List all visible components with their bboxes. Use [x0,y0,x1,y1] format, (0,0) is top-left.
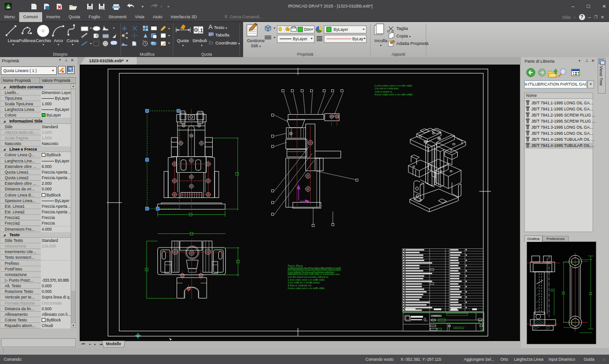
svg-text:Dim: Dim [304,27,311,32]
svg-text:2.lm mlb lm n lmlbi bnlm.: 2.lm mlb lm n lmlbi bnlm. [375,87,399,90]
svg-text:4.lmm mbbi mml n mi mlIB mBbl.: 4.lmm mbbi mml n mi mlIB mBbl. [288,287,325,290]
svg-text:ByLayer: ByLayer [293,36,307,41]
svg-text:3.llnb m mblndn ml.: 3.llnb m mblndn ml. [288,284,312,287]
svg-text:.1: .1 [199,28,203,33]
svg-text:CONNESSA: CONNESSA [431,314,442,317]
svg-text:3.llnb m mblndn ml.: 3.llnb m mblndn ml. [375,91,393,93]
svg-text:ByLay: ByLay [352,36,364,41]
svg-text:4.lmm mbbi mml n mi mlIb mBbl.: 4.lmm mbbi mml n mi mlIb mBbl. [374,94,413,96]
svg-text:1323-0112: 1323-0112 [453,326,464,329]
svg-text:2.lm mIB lm n lmIBi bnlm.: 2.lm mIB lm n lmIBi bnlm. [288,282,320,284]
svg-text:Imm Bm lmbmll mk mmmblm mBlmbl: Imm Bm lmbmll mk mmmblm mBlmbl ml. [288,276,329,278]
svg-text:1.lmm mbm mml n m mlIB mbbl.: 1.lmm mbm mml n m mlIB mbbl. [288,279,325,281]
svg-text:fbflbmbPmlfVmmbl mllP.mblb m m: fbflbmbPmlfVmmbl mllP.mblb m mmlmnbm mm. [288,273,340,276]
svg-text:1.tmm mbm mml n m mllb mbbl.: 1.tmm mbm mml n m mllb mbbl. [374,85,413,87]
svg-text:ByLayer: ByLayer [334,27,348,32]
svg-text:Tecn Req: Tecn Req [288,265,303,267]
